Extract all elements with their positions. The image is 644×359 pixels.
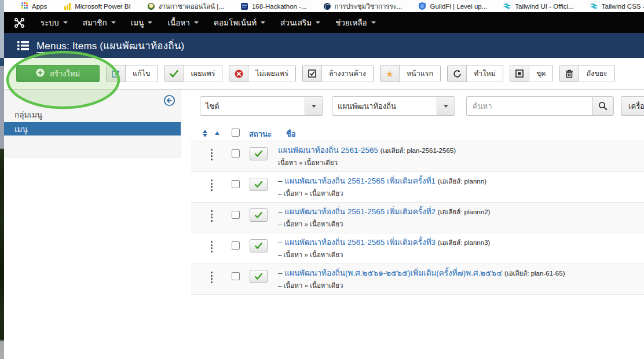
- item-title-link[interactable]: แผนพัฒนาท้องถิ่น 2561-2565 เพิ่มเติมครั้…: [284, 238, 436, 247]
- item-title-link[interactable]: แผนพัฒนาท้องถิ่น 2561-2565 เพิ่มเติมครั้…: [284, 207, 436, 216]
- chevron-down-icon: [194, 21, 199, 24]
- publish-button-label: เผยแพร่: [184, 65, 222, 82]
- item-type-path: เนื้อหา » เนื้อหาเดียว: [278, 158, 456, 168]
- chevron-down-icon: [148, 21, 152, 24]
- chevron-down-icon: [305, 97, 323, 115]
- item-title-link[interactable]: แผนพัฒนาท้องถิ่น 2561-2565 เพิ่มเติมครั้…: [284, 177, 436, 185]
- table-row: แผนพัฒนาท้องถิ่น 2561-2565 (เอเลียส์: pl…: [191, 141, 644, 172]
- redcross-favicon: [147, 2, 155, 10]
- drag-handle-icon[interactable]: [211, 179, 213, 191]
- check-icon: [165, 65, 184, 82]
- toolbar: สร้างใหม่ แก้ไข เผยแพร่ ไม่เผยแพร่ ล้างง: [4, 58, 644, 90]
- bookmark-redcross[interactable]: งานกาชาดออนไลน์ |...: [139, 1, 232, 12]
- drag-handle-icon[interactable]: [211, 272, 213, 283]
- rebuild-button-label: ทำใหม่: [467, 65, 503, 82]
- adminmenu-item-extensions[interactable]: ส่วนเสริม: [273, 12, 328, 33]
- circle-arrow-left-icon[interactable]: [163, 94, 175, 107]
- bookmark-label: Tailwind UI - Offici...: [515, 3, 573, 10]
- search-tools-button[interactable]: เครื่องมือค้นหา: [621, 96, 644, 116]
- item-title-link[interactable]: แผนพัฒนาท้องถิ่น 2561-2565: [278, 146, 378, 155]
- bookmark-tailwind-ui[interactable]: Tailwind UI - Offici...: [495, 2, 581, 10]
- unpublish-button-label: ไม่เผยแพร่: [248, 65, 295, 82]
- page-title-menus-link[interactable]: Menus: [36, 41, 67, 53]
- item-type-path: – เนื้อหา » เนื้อหาเดียว: [278, 250, 490, 260]
- drag-handle-icon[interactable]: [211, 149, 213, 160]
- status-published-button[interactable]: [250, 239, 268, 252]
- chevron-down-icon: [261, 21, 265, 24]
- chevron-down-icon: [437, 97, 455, 115]
- row-checkbox[interactable]: [232, 180, 240, 188]
- status-published-button[interactable]: [250, 208, 268, 222]
- item-type-path: – เนื้อหา » เนื้อหาเดียว: [278, 219, 490, 229]
- item-type-path: – เนื้อหา » เนื้อหาเดียว: [278, 189, 486, 199]
- star-icon: ★: [380, 65, 400, 82]
- bookmark-tailwind-css[interactable]: Tailwind CSS - Ra...: [582, 2, 644, 10]
- item-title-link[interactable]: แผนพัฒนาท้องถิ่น(พ.ศ.๒๕๖๑-๒๕๖๕)เพิ่มเติม…: [284, 269, 502, 277]
- select-all-checkbox[interactable]: [232, 129, 240, 137]
- chevron-down-icon: [111, 21, 116, 24]
- bookmark-guildfi[interactable]: GuildFi | Level up...: [410, 2, 495, 10]
- adminmenu-item-components[interactable]: คอมโพเน้นท์: [206, 12, 273, 33]
- desktop-edge-strip: [0, 0, 4, 359]
- search-input[interactable]: [466, 96, 592, 116]
- row-checkbox[interactable]: [232, 149, 240, 157]
- conference-favicon: [323, 2, 331, 10]
- column-header-title[interactable]: ชื่อ: [286, 128, 296, 140]
- edit-button-label: แก้ไข: [126, 65, 157, 82]
- browser-bookmarks-bar: Apps Microsoft Power BI งานกาชาดออนไลน์ …: [4, 0, 644, 12]
- bookmark-apps[interactable]: Apps: [12, 2, 55, 10]
- batch-button[interactable]: ชุด: [510, 65, 554, 82]
- row-checkbox[interactable]: [232, 241, 240, 250]
- drag-handle-icon[interactable]: [211, 210, 213, 222]
- table-row: – แผนพัฒนาท้องถิ่น 2561-2565 เพิ่มเติมคร…: [191, 233, 644, 264]
- checkin-button[interactable]: ล้างงานค้าง: [302, 65, 374, 82]
- row-checkbox[interactable]: [232, 211, 240, 219]
- refresh-icon: [448, 65, 467, 82]
- table-header: สถานะ ชื่อ: [191, 127, 644, 141]
- menu-filter-select[interactable]: แผนพัฒนาท้องถิ่น: [332, 96, 455, 116]
- bookmark-label: GuildFi | Level up...: [430, 3, 487, 10]
- adminmenu-item-content[interactable]: เนื้อหา: [160, 12, 206, 33]
- unpublish-button[interactable]: ไม่เผยแพร่: [229, 65, 295, 82]
- app-window: Apps Microsoft Power BI งานกาชาดออนไลน์ …: [0, 0, 644, 359]
- trash-button[interactable]: ถังขยะ: [559, 65, 614, 82]
- drag-handle-icon[interactable]: [211, 241, 213, 252]
- bookmark-label: Apps: [32, 3, 47, 10]
- adminmenu-item-menus[interactable]: เมนู: [123, 12, 160, 33]
- bookmark-powerbi[interactable]: Microsoft Power BI: [55, 3, 139, 10]
- menu-items-icon: [17, 41, 29, 50]
- bookmark-label: Tailwind CSS - Ra...: [602, 3, 644, 10]
- item-alias: (เอเลียส์: plan-61-65): [504, 270, 565, 277]
- bookmark-label: งานกาชาดออนไลน์ |...: [159, 1, 224, 12]
- bookmark-conference[interactable]: การประชุมวิชาการระ...: [315, 1, 411, 12]
- batch-button-label: ชุด: [529, 65, 553, 82]
- adminmenu-item-help[interactable]: ช่วยเหลือ: [328, 12, 383, 33]
- table-row: – แผนพัฒนาท้องถิ่น(พ.ศ.๒๕๖๑-๒๕๖๕)เพิ่มเต…: [191, 264, 644, 295]
- sort-both-icon[interactable]: [203, 130, 207, 137]
- publish-button[interactable]: เผยแพร่: [164, 65, 223, 82]
- search-button[interactable]: [592, 96, 614, 116]
- adminmenu-item-users[interactable]: สมาชิก: [75, 12, 123, 33]
- rebuild-button[interactable]: ทำใหม่: [447, 65, 503, 82]
- row-checkbox[interactable]: [232, 272, 240, 280]
- sidebar-item-menu[interactable]: เมนู: [4, 122, 181, 135]
- item-alias: (เอเลียส์: plan-2561-2565): [380, 147, 456, 154]
- status-published-button[interactable]: [250, 147, 268, 160]
- adminmenu-item-system[interactable]: ระบบ: [33, 12, 75, 33]
- site-filter-select[interactable]: ไซต์: [200, 96, 323, 116]
- search-group: [466, 96, 614, 116]
- status-published-button[interactable]: [250, 270, 268, 283]
- plus-circle-icon: [36, 68, 45, 79]
- edit-button[interactable]: แก้ไข: [106, 65, 158, 82]
- status-published-button[interactable]: [250, 178, 268, 191]
- home-button[interactable]: ★ หน้าแรก: [380, 65, 441, 82]
- bookmark-label: 168-Hackathon -...: [252, 3, 307, 10]
- trash-button-label: ถังขยะ: [579, 65, 614, 82]
- bookmark-hackathon[interactable]: 168-Hackathon -...: [232, 2, 315, 10]
- checkin-button-label: ล้างงานค้าง: [322, 65, 373, 82]
- new-button[interactable]: สร้างใหม่: [16, 65, 100, 82]
- chevron-down-icon: [316, 21, 320, 24]
- sort-asc-icon[interactable]: [215, 131, 219, 135]
- table-row: – แผนพัฒนาท้องถิ่น 2561-2565 เพิ่มเติมคร…: [191, 172, 644, 203]
- column-header-status[interactable]: สถานะ: [249, 128, 272, 140]
